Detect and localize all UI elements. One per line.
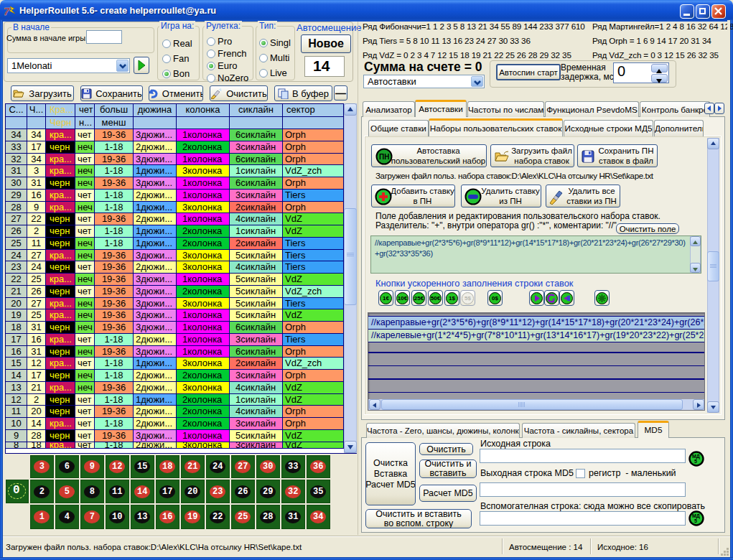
svg-text:7: 7 (4, 5, 10, 17)
svg-text:ПН: ПН (379, 153, 389, 161)
svg-text:5: 5 (694, 518, 697, 523)
svg-text:5: 5 (694, 459, 697, 464)
